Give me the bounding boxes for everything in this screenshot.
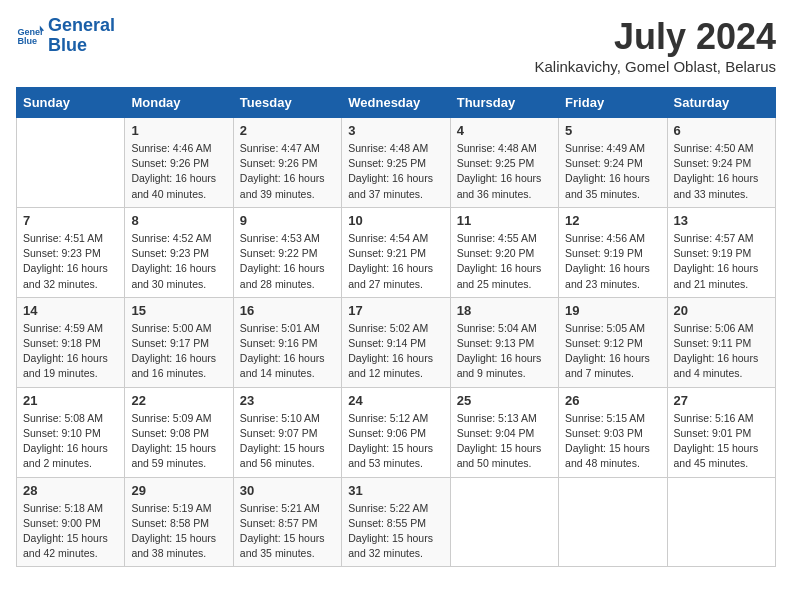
day-cell: 4Sunrise: 4:48 AMSunset: 9:25 PMDaylight… xyxy=(450,118,558,208)
day-number: 9 xyxy=(240,213,335,228)
day-cell: 24Sunrise: 5:12 AMSunset: 9:06 PMDayligh… xyxy=(342,387,450,477)
day-cell: 20Sunrise: 5:06 AMSunset: 9:11 PMDayligh… xyxy=(667,297,775,387)
day-cell xyxy=(667,477,775,567)
header-row: SundayMondayTuesdayWednesdayThursdayFrid… xyxy=(17,88,776,118)
day-info: Sunrise: 5:12 AMSunset: 9:06 PMDaylight:… xyxy=(348,411,443,472)
day-number: 4 xyxy=(457,123,552,138)
calendar-table: SundayMondayTuesdayWednesdayThursdayFrid… xyxy=(16,87,776,567)
day-info: Sunrise: 5:05 AMSunset: 9:12 PMDaylight:… xyxy=(565,321,660,382)
day-cell: 27Sunrise: 5:16 AMSunset: 9:01 PMDayligh… xyxy=(667,387,775,477)
day-cell xyxy=(17,118,125,208)
day-info: Sunrise: 5:21 AMSunset: 8:57 PMDaylight:… xyxy=(240,501,335,562)
header-day-saturday: Saturday xyxy=(667,88,775,118)
day-info: Sunrise: 5:16 AMSunset: 9:01 PMDaylight:… xyxy=(674,411,769,472)
day-cell: 19Sunrise: 5:05 AMSunset: 9:12 PMDayligh… xyxy=(559,297,667,387)
day-number: 6 xyxy=(674,123,769,138)
day-number: 2 xyxy=(240,123,335,138)
day-number: 10 xyxy=(348,213,443,228)
header-day-wednesday: Wednesday xyxy=(342,88,450,118)
day-number: 7 xyxy=(23,213,118,228)
day-number: 16 xyxy=(240,303,335,318)
page-header: General Blue General Blue July 2024 Kali… xyxy=(16,16,776,75)
day-number: 22 xyxy=(131,393,226,408)
day-cell: 18Sunrise: 5:04 AMSunset: 9:13 PMDayligh… xyxy=(450,297,558,387)
day-number: 14 xyxy=(23,303,118,318)
day-cell: 23Sunrise: 5:10 AMSunset: 9:07 PMDayligh… xyxy=(233,387,341,477)
svg-text:Blue: Blue xyxy=(17,36,37,46)
day-number: 27 xyxy=(674,393,769,408)
day-number: 11 xyxy=(457,213,552,228)
day-cell: 12Sunrise: 4:56 AMSunset: 9:19 PMDayligh… xyxy=(559,207,667,297)
day-cell: 22Sunrise: 5:09 AMSunset: 9:08 PMDayligh… xyxy=(125,387,233,477)
day-info: Sunrise: 4:52 AMSunset: 9:23 PMDaylight:… xyxy=(131,231,226,292)
day-number: 24 xyxy=(348,393,443,408)
day-number: 25 xyxy=(457,393,552,408)
day-cell: 28Sunrise: 5:18 AMSunset: 9:00 PMDayligh… xyxy=(17,477,125,567)
day-cell: 17Sunrise: 5:02 AMSunset: 9:14 PMDayligh… xyxy=(342,297,450,387)
day-cell: 1Sunrise: 4:46 AMSunset: 9:26 PMDaylight… xyxy=(125,118,233,208)
day-number: 5 xyxy=(565,123,660,138)
logo: General Blue General Blue xyxy=(16,16,115,56)
day-number: 19 xyxy=(565,303,660,318)
day-number: 29 xyxy=(131,483,226,498)
day-cell: 14Sunrise: 4:59 AMSunset: 9:18 PMDayligh… xyxy=(17,297,125,387)
day-info: Sunrise: 5:06 AMSunset: 9:11 PMDaylight:… xyxy=(674,321,769,382)
day-number: 21 xyxy=(23,393,118,408)
day-info: Sunrise: 5:08 AMSunset: 9:10 PMDaylight:… xyxy=(23,411,118,472)
calendar-subtitle: Kalinkavichy, Gomel Oblast, Belarus xyxy=(535,58,777,75)
day-info: Sunrise: 4:55 AMSunset: 9:20 PMDaylight:… xyxy=(457,231,552,292)
calendar-title: July 2024 xyxy=(535,16,777,58)
day-cell: 7Sunrise: 4:51 AMSunset: 9:23 PMDaylight… xyxy=(17,207,125,297)
day-number: 17 xyxy=(348,303,443,318)
day-info: Sunrise: 4:48 AMSunset: 9:25 PMDaylight:… xyxy=(457,141,552,202)
day-cell: 8Sunrise: 4:52 AMSunset: 9:23 PMDaylight… xyxy=(125,207,233,297)
logo-blue: Blue xyxy=(48,36,115,56)
day-info: Sunrise: 4:46 AMSunset: 9:26 PMDaylight:… xyxy=(131,141,226,202)
logo-icon: General Blue xyxy=(16,22,44,50)
day-info: Sunrise: 4:54 AMSunset: 9:21 PMDaylight:… xyxy=(348,231,443,292)
day-info: Sunrise: 5:18 AMSunset: 9:00 PMDaylight:… xyxy=(23,501,118,562)
day-cell xyxy=(559,477,667,567)
day-cell: 21Sunrise: 5:08 AMSunset: 9:10 PMDayligh… xyxy=(17,387,125,477)
day-number: 8 xyxy=(131,213,226,228)
day-number: 31 xyxy=(348,483,443,498)
day-info: Sunrise: 4:56 AMSunset: 9:19 PMDaylight:… xyxy=(565,231,660,292)
header-day-friday: Friday xyxy=(559,88,667,118)
day-number: 23 xyxy=(240,393,335,408)
day-info: Sunrise: 5:10 AMSunset: 9:07 PMDaylight:… xyxy=(240,411,335,472)
day-cell: 13Sunrise: 4:57 AMSunset: 9:19 PMDayligh… xyxy=(667,207,775,297)
week-row-5: 28Sunrise: 5:18 AMSunset: 9:00 PMDayligh… xyxy=(17,477,776,567)
day-cell: 5Sunrise: 4:49 AMSunset: 9:24 PMDaylight… xyxy=(559,118,667,208)
day-info: Sunrise: 4:53 AMSunset: 9:22 PMDaylight:… xyxy=(240,231,335,292)
day-info: Sunrise: 4:48 AMSunset: 9:25 PMDaylight:… xyxy=(348,141,443,202)
header-day-thursday: Thursday xyxy=(450,88,558,118)
day-cell: 10Sunrise: 4:54 AMSunset: 9:21 PMDayligh… xyxy=(342,207,450,297)
day-info: Sunrise: 4:51 AMSunset: 9:23 PMDaylight:… xyxy=(23,231,118,292)
day-number: 3 xyxy=(348,123,443,138)
header-day-tuesday: Tuesday xyxy=(233,88,341,118)
day-number: 28 xyxy=(23,483,118,498)
day-number: 15 xyxy=(131,303,226,318)
day-number: 30 xyxy=(240,483,335,498)
day-info: Sunrise: 5:15 AMSunset: 9:03 PMDaylight:… xyxy=(565,411,660,472)
day-info: Sunrise: 5:00 AMSunset: 9:17 PMDaylight:… xyxy=(131,321,226,382)
day-info: Sunrise: 5:01 AMSunset: 9:16 PMDaylight:… xyxy=(240,321,335,382)
day-number: 1 xyxy=(131,123,226,138)
day-number: 20 xyxy=(674,303,769,318)
day-info: Sunrise: 5:02 AMSunset: 9:14 PMDaylight:… xyxy=(348,321,443,382)
day-cell: 29Sunrise: 5:19 AMSunset: 8:58 PMDayligh… xyxy=(125,477,233,567)
week-row-3: 14Sunrise: 4:59 AMSunset: 9:18 PMDayligh… xyxy=(17,297,776,387)
logo-general: General xyxy=(48,16,115,36)
day-cell: 25Sunrise: 5:13 AMSunset: 9:04 PMDayligh… xyxy=(450,387,558,477)
day-cell: 30Sunrise: 5:21 AMSunset: 8:57 PMDayligh… xyxy=(233,477,341,567)
week-row-2: 7Sunrise: 4:51 AMSunset: 9:23 PMDaylight… xyxy=(17,207,776,297)
day-info: Sunrise: 5:19 AMSunset: 8:58 PMDaylight:… xyxy=(131,501,226,562)
day-cell: 15Sunrise: 5:00 AMSunset: 9:17 PMDayligh… xyxy=(125,297,233,387)
day-cell: 31Sunrise: 5:22 AMSunset: 8:55 PMDayligh… xyxy=(342,477,450,567)
day-cell: 6Sunrise: 4:50 AMSunset: 9:24 PMDaylight… xyxy=(667,118,775,208)
header-day-monday: Monday xyxy=(125,88,233,118)
day-info: Sunrise: 4:47 AMSunset: 9:26 PMDaylight:… xyxy=(240,141,335,202)
day-number: 13 xyxy=(674,213,769,228)
day-info: Sunrise: 4:59 AMSunset: 9:18 PMDaylight:… xyxy=(23,321,118,382)
day-number: 26 xyxy=(565,393,660,408)
